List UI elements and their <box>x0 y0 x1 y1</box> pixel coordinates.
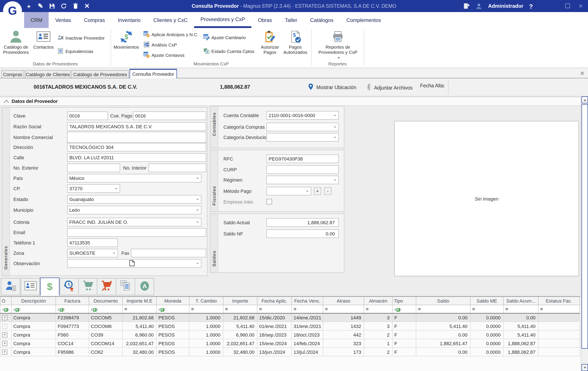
col-header-fecha-venc[interactable]: Fecha Venc. <box>292 297 323 305</box>
pagos-autorizados-button[interactable]: $ Pagos Autorizados <box>282 29 308 55</box>
col-header-documento[interactable]: Documento <box>89 297 123 305</box>
ribbon-tab-catalogos[interactable]: Catálogos <box>304 12 340 28</box>
autorizar-pagos-button[interactable]: Autorizar Pagos <box>259 29 281 55</box>
section-header-datos-proveedor[interactable]: Datos del Proveedor <box>0 97 588 106</box>
filter-cell[interactable]: ABC <box>11 305 56 313</box>
adjuntar-archivos-button[interactable]: Adjuntar Archivos <box>367 83 413 92</box>
contactos-button[interactable]: Contactos <box>31 29 56 50</box>
user-name[interactable]: Administrador <box>488 3 524 9</box>
estado-combo[interactable]: Guanajuato <box>67 195 201 204</box>
tab-fiscales[interactable]: Fiscales <box>210 150 218 211</box>
estado-cuenta-button[interactable]: S Estado Cuenta Cptos <box>203 48 254 55</box>
edit-record-icon[interactable]: ✎ <box>37 3 44 10</box>
regimen-combo[interactable] <box>266 175 339 184</box>
help-icon[interactable]: ? <box>529 2 533 10</box>
movimientos-button[interactable]: $ Movimientos <box>114 29 139 50</box>
filter-cell[interactable]: = <box>123 305 157 313</box>
filter-cell[interactable]: ABC <box>56 305 89 313</box>
col-header-saldo-me[interactable]: Saldo ME <box>470 297 504 305</box>
tab-supplier-info[interactable] <box>1 278 20 295</box>
col-header-saldo[interactable]: Saldo <box>416 297 470 305</box>
close-button[interactable]: × <box>577 2 585 10</box>
analisis-cxp-button[interactable]: P Análisis CxP <box>143 41 177 48</box>
table-row[interactable]: + CompraF560CO39 6,960.00PESOS 1.00006,9… <box>0 330 580 339</box>
tab-advances[interactable]: A <box>135 278 154 295</box>
table-row[interactable]: + CompraF95986CO62 32,480.00PESOS 1.0000… <box>0 348 580 356</box>
col-header-estatus-fac[interactable]: Estatus Fac. <box>538 297 580 305</box>
ajuste-centavos-button[interactable]: Ajuste Centavos <box>143 52 184 59</box>
expand-row-icon[interactable]: + <box>2 332 7 337</box>
scroll-up-button[interactable] <box>582 96 588 103</box>
close-tab-icon[interactable]: ✕ <box>580 70 585 77</box>
filter-cell[interactable]: = <box>292 305 323 313</box>
filter-cell[interactable]: = <box>416 305 470 313</box>
col-header-fecha-aplic[interactable]: Fecha Aplic. <box>257 297 292 305</box>
table-row[interactable]: + CompraF0947773COCOM6 5,411.40PESOS 1.0… <box>0 322 580 330</box>
mostrar-ubicacion-button[interactable]: Mostrar Ubicación <box>308 83 356 91</box>
doc-tab-compras[interactable]: Compras <box>1 70 24 78</box>
scrollbar-thumb[interactable] <box>582 104 588 349</box>
no-interior-field[interactable] <box>148 164 206 172</box>
col-header-descripcion[interactable]: Descripción <box>11 297 56 305</box>
tab-cancelled-purchases[interactable] <box>97 278 116 295</box>
metodo-pago-remove-button[interactable]: - <box>324 187 331 195</box>
tab-saldos[interactable]: Saldos <box>210 214 218 272</box>
col-header-importe[interactable]: Importe <box>223 297 257 305</box>
cp-combo[interactable]: 37270 <box>67 184 120 193</box>
tab-generales[interactable]: Generales <box>2 108 10 276</box>
rfc-field[interactable]: PEG970430P38 <box>266 155 339 163</box>
ribbon-tab-ventas[interactable]: Ventas <box>49 12 77 28</box>
catalogo-proveedores-button[interactable]: Catálogo de Proveedores <box>2 29 30 55</box>
curp-field[interactable] <box>266 165 339 174</box>
doc-tab-catalogo-proveedores[interactable]: Catálogo de Proveedores <box>72 70 129 78</box>
expand-row-icon[interactable]: + <box>2 350 7 355</box>
table-row[interactable]: + CompraF2398479COCOM5 21,602.68PESOS 1.… <box>0 313 580 322</box>
filter-cell[interactable]: = <box>323 305 364 313</box>
filter-cell[interactable]: = <box>504 305 538 313</box>
filter-cell[interactable]: = <box>189 305 223 313</box>
colonia-combo[interactable]: FRACC IND. JULIÁN DE O. <box>67 218 201 227</box>
expand-row-icon[interactable]: + <box>2 341 7 346</box>
fax-field[interactable] <box>131 249 206 257</box>
collapse-chevron-icon[interactable] <box>4 100 9 105</box>
col-header-factura[interactable]: Factura <box>56 297 89 305</box>
col-header-almacen[interactable]: Almacén <box>364 297 392 305</box>
clave-field[interactable]: 0016 <box>67 112 108 120</box>
col-header-t-cambio[interactable]: T. Cambio <box>189 297 223 305</box>
scroll-down-button[interactable] <box>582 364 588 371</box>
col-header-importe-me[interactable]: Importe M.E <box>123 297 157 305</box>
zona-combo[interactable]: SUROESTE <box>67 249 118 257</box>
empresa-inter-checkbox[interactable] <box>266 199 272 205</box>
no-exterior-field[interactable] <box>67 164 120 172</box>
email-field[interactable] <box>67 228 206 237</box>
municipio-combo[interactable]: León <box>67 206 201 214</box>
nombre-comercial-field[interactable] <box>67 132 206 143</box>
ribbon-tab-crm[interactable]: CRM <box>24 12 49 28</box>
vertical-scrollbar[interactable] <box>581 96 588 371</box>
restore-button[interactable] <box>564 3 571 10</box>
doc-tab-consulta-proveedor[interactable]: Consulta Proveedor <box>130 69 177 78</box>
filter-cell[interactable]: = <box>538 305 580 313</box>
ribbon-tab-obras[interactable]: Obras <box>251 12 278 28</box>
reportes-proveedores-button[interactable]: Reportes de Proveedores y CxP <box>317 29 358 60</box>
metodo-pago-add-button[interactable]: + <box>314 187 321 195</box>
col-header-saldo-acum[interactable]: Saldo Acum... <box>504 297 538 305</box>
filter-cell[interactable]: = <box>257 305 292 313</box>
refresh-icon[interactable] <box>60 3 67 10</box>
tab-pending-orders[interactable] <box>60 278 79 295</box>
telefono1-field[interactable]: 47113535 <box>67 238 118 247</box>
filter-cell[interactable]: = <box>364 305 392 313</box>
razon-social-field[interactable]: TALADROS MEXICANOS S.A. DE C.V. <box>67 122 206 131</box>
filter-cell[interactable]: = <box>470 305 504 313</box>
ribbon-tab-compras[interactable]: Compras <box>77 12 111 28</box>
cve-pago-field[interactable]: 0016 <box>133 112 206 120</box>
filter-cell[interactable]: ABC <box>392 305 416 313</box>
pais-combo[interactable]: México <box>67 174 201 183</box>
categoria-devolucion-combo[interactable] <box>266 133 339 142</box>
tab-documents[interactable] <box>116 278 135 295</box>
cuenta-contable-combo[interactable]: 2110-0001-0016-0000 <box>266 111 339 120</box>
aplicar-anticipos-button[interactable]: Aplicar Anticipos y N.C. <box>143 31 199 38</box>
ribbon-tab-inventario[interactable]: Inventario <box>111 12 147 28</box>
expand-row-icon[interactable]: + <box>2 324 7 329</box>
new-record-icon[interactable]: + <box>25 3 32 10</box>
